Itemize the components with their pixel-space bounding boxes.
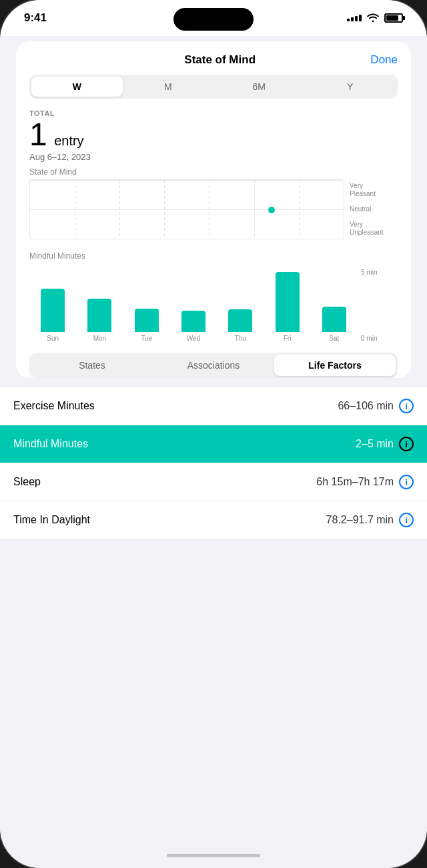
mindful-label: Mindful Minutes xyxy=(13,438,88,450)
bar-label-sun: Sun xyxy=(47,335,59,342)
bar-label-tue: Tue xyxy=(141,335,152,342)
sheet-title: State of Mind xyxy=(69,53,370,67)
signal-bar-2 xyxy=(351,17,354,21)
vgrid-6 xyxy=(299,180,300,239)
bar-col-tue: Tue xyxy=(123,309,170,342)
state-dot xyxy=(268,207,275,213)
mindful-value: 2–5 min xyxy=(356,438,394,450)
sleep-value-group: 6h 15m–7h 17m i xyxy=(316,475,414,489)
bar-mon xyxy=(87,299,111,332)
life-factors-list: Exercise Minutes 66–106 min i Mindful Mi… xyxy=(0,387,427,539)
vgrid-3 xyxy=(164,180,165,239)
exercise-label: Exercise Minutes xyxy=(13,400,95,412)
state-grid-mid xyxy=(30,209,344,210)
status-time: 9:41 xyxy=(24,11,47,25)
status-bar: 9:41 xyxy=(0,0,427,36)
state-chart-area: VeryPleasant Neutral VeryUnpleasant xyxy=(29,179,398,239)
bar-thu xyxy=(228,309,252,332)
mindful-chart-label: Mindful Minutes xyxy=(29,251,398,261)
signal-bar-3 xyxy=(355,16,358,21)
home-indicator xyxy=(167,854,260,857)
segment-btn-y[interactable]: Y xyxy=(305,77,396,97)
exercise-value: 66–106 min xyxy=(338,400,394,412)
bar-col-sat: Sat xyxy=(311,307,358,342)
main-content: State of Mind Done W M 6M Y TOTAL 1 entr… xyxy=(0,36,427,868)
sleep-label: Sleep xyxy=(13,476,41,488)
bar-col-thu: Thu xyxy=(217,309,264,342)
tabs-section: States Associations Life Factors xyxy=(29,353,398,378)
state-chart-label: State of Mind xyxy=(29,167,398,177)
list-item-exercise[interactable]: Exercise Minutes 66–106 min i xyxy=(0,387,427,425)
daylight-label: Time In Daylight xyxy=(13,514,90,526)
bar-col-mon: Mon xyxy=(76,299,123,342)
state-chart-labels: VeryPleasant Neutral VeryUnpleasant xyxy=(344,179,398,239)
bar-label-wed: Wed xyxy=(187,335,200,342)
state-label-very-pleasant: VeryPleasant xyxy=(350,182,398,198)
bar-label-mon: Mon xyxy=(93,335,106,342)
tab-life-factors[interactable]: Life Factors xyxy=(274,355,396,376)
tab-states[interactable]: States xyxy=(31,355,153,376)
exercise-info-button[interactable]: i xyxy=(399,399,414,413)
stats-date: Aug 6–12, 2023 xyxy=(29,152,398,162)
list-item-mindful[interactable]: Mindful Minutes 2–5 min i xyxy=(0,425,427,463)
done-button[interactable]: Done xyxy=(370,53,398,67)
wifi-icon xyxy=(367,13,379,24)
state-grid-bot xyxy=(30,239,344,239)
phone-screen: 9:41 xyxy=(0,0,427,868)
state-chart-main xyxy=(29,179,344,239)
vgrid-2 xyxy=(119,180,120,239)
sleep-info-button[interactable]: i xyxy=(399,475,414,489)
segment-btn-m[interactable]: M xyxy=(123,77,214,97)
mindful-value-group: 2–5 min i xyxy=(356,437,414,451)
bar-label-fri: Fri xyxy=(284,335,292,342)
stats-count-row: 1 entry xyxy=(29,119,398,151)
dynamic-island xyxy=(173,8,254,31)
bar-chart-right-labels: 5 min 0 min xyxy=(361,269,398,342)
state-label-very-unpleasant: VeryUnpleasant xyxy=(350,221,398,237)
bar-chart-container: Sun Mon Tue xyxy=(29,269,398,342)
vgrid-1 xyxy=(75,180,75,239)
daylight-info-button[interactable]: i xyxy=(399,513,414,527)
sheet: State of Mind Done W M 6M Y TOTAL 1 entr… xyxy=(16,41,411,378)
stats-total-label: TOTAL xyxy=(29,109,398,117)
list-item-sleep[interactable]: Sleep 6h 15m–7h 17m i xyxy=(0,463,427,501)
daylight-value: 78.2–91.7 min xyxy=(326,514,394,526)
vgrid-5 xyxy=(254,180,255,239)
bar-label-0min: 0 min xyxy=(361,335,398,342)
segment-control: W M 6M Y xyxy=(29,75,398,99)
stats-count: 1 xyxy=(29,117,47,152)
segment-btn-w[interactable]: W xyxy=(31,77,123,97)
segment-btn-6m[interactable]: 6M xyxy=(214,77,305,97)
state-chart-section: State of Mind xyxy=(16,162,411,239)
list-item-daylight[interactable]: Time In Daylight 78.2–91.7 min i xyxy=(0,501,427,539)
bar-label-sat: Sat xyxy=(329,335,339,342)
daylight-value-group: 78.2–91.7 min i xyxy=(326,513,414,527)
bar-wed xyxy=(181,311,205,332)
phone-frame: 9:41 xyxy=(0,0,427,868)
mindful-chart-area: Sun Mon Tue xyxy=(29,269,398,342)
sheet-header: State of Mind Done xyxy=(16,41,411,75)
bar-fri xyxy=(276,272,300,332)
stats-section: TOTAL 1 entry Aug 6–12, 2023 xyxy=(16,109,411,162)
bar-tue xyxy=(135,309,159,332)
bar-sun xyxy=(41,289,65,332)
bar-label-5min: 5 min xyxy=(361,269,398,276)
battery-fill xyxy=(386,15,398,21)
bar-sat xyxy=(322,307,346,332)
sleep-value: 6h 15m–7h 17m xyxy=(316,476,394,488)
mindful-chart-section: Mindful Minutes Sun Mon xyxy=(16,246,411,342)
stats-unit: entry xyxy=(54,133,83,148)
bar-col-sun: Sun xyxy=(29,289,76,342)
state-label-neutral: Neutral xyxy=(350,205,398,213)
signal-bar-1 xyxy=(347,19,350,21)
signal-bar-4 xyxy=(359,15,362,21)
status-icons xyxy=(347,13,403,24)
signal-bars-icon xyxy=(347,15,362,21)
bar-label-thu: Thu xyxy=(235,335,246,342)
tab-associations[interactable]: Associations xyxy=(153,355,274,376)
bar-col-wed: Wed xyxy=(170,311,217,342)
state-grid-top xyxy=(30,180,344,181)
exercise-value-group: 66–106 min i xyxy=(338,399,414,413)
mindful-info-button[interactable]: i xyxy=(399,437,414,451)
battery-icon xyxy=(384,13,403,23)
